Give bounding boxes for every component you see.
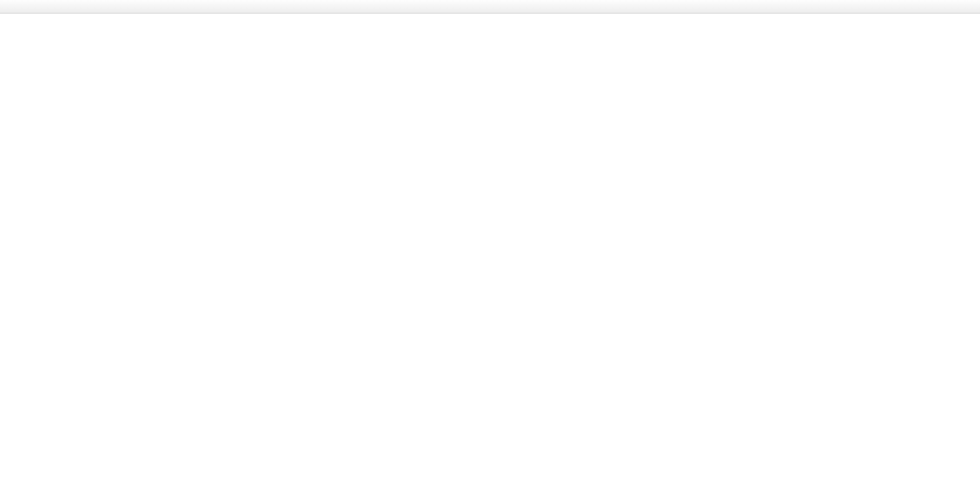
mt4-window bbox=[0, 0, 980, 493]
chart-canvas[interactable] bbox=[0, 14, 980, 493]
toolbar-groups bbox=[2, 0, 974, 13]
toolbar bbox=[0, 0, 980, 14]
toolbar-right bbox=[974, 0, 978, 13]
chart-window[interactable] bbox=[0, 14, 980, 493]
